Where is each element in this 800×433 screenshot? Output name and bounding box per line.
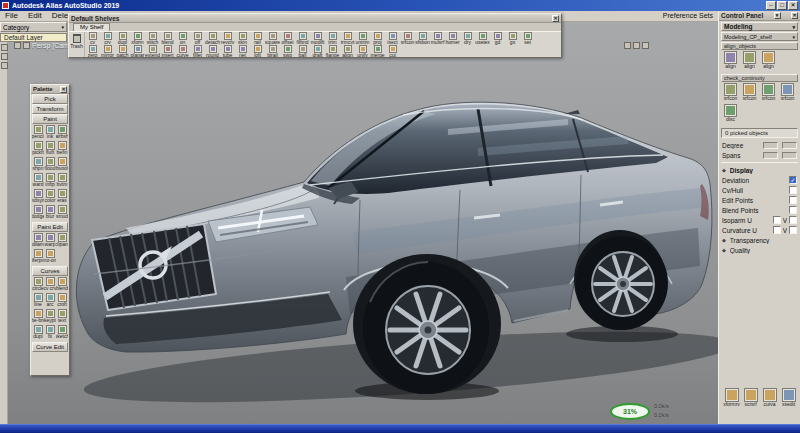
viewport-canvas[interactable] xyxy=(8,22,718,424)
palette-section-pick[interactable]: Pick xyxy=(32,94,68,104)
option-checkbox[interactable] xyxy=(789,196,797,204)
palette-tool-iferpn[interactable]: iferpn xyxy=(32,249,44,265)
left-tool-icon[interactable] xyxy=(1,62,8,69)
palette-tool-dupl[interactable]: dupl xyxy=(32,325,44,341)
shelf-tool-untrim[interactable]: untrim xyxy=(355,32,370,45)
option-checkbox[interactable] xyxy=(789,206,797,214)
shelf-tool-align[interactable]: align xyxy=(340,45,355,58)
palette-tool-bvtm[interactable]: bvtm xyxy=(56,173,68,189)
degree-u-input[interactable] xyxy=(763,142,778,149)
shelf-tool-offset[interactable]: offset xyxy=(280,32,295,45)
windows-taskbar[interactable] xyxy=(0,424,800,433)
viewport-menu-icon[interactable] xyxy=(14,42,21,49)
palette-tool-text[interactable]: text xyxy=(56,309,68,325)
close-icon[interactable]: ✕ xyxy=(60,86,67,93)
cp-tool-align[interactable]: align xyxy=(721,51,740,72)
preference-sets-label[interactable]: Preference Sets xyxy=(660,11,716,21)
palette-tool-befin[interactable]: befin xyxy=(56,141,68,157)
shelf-tool-tube[interactable]: tube xyxy=(220,45,235,58)
palette-tool-pencil[interactable]: pencil xyxy=(32,125,44,141)
palette-tool-clipam[interactable]: clipam xyxy=(56,233,68,249)
shelf-tool-revolv[interactable]: revolv xyxy=(220,32,235,45)
cp-tool-disc[interactable]: disc xyxy=(721,104,740,125)
shelf-tool-patch[interactable]: patch xyxy=(115,45,130,58)
palette-tool-circle[interactable]: circle xyxy=(32,277,44,293)
palette-tool-blend[interactable]: blend xyxy=(56,277,68,293)
shelf-tool-isect[interactable]: isect xyxy=(385,32,400,45)
palette-tool-sketch[interactable]: sketch xyxy=(56,325,68,341)
perspective-viewport[interactable]: Persp [Camera] xyxy=(8,22,718,424)
palette-tool-no-on[interactable]: no-on xyxy=(44,249,56,265)
palette-section-curves[interactable]: Curves xyxy=(32,266,68,276)
palette-section-curve-edit[interactable]: Curve Edit xyxy=(32,342,68,352)
shelf-tool-gs[interactable]: gs xyxy=(505,32,520,45)
shelf-tool-extend[interactable]: extend xyxy=(145,45,160,58)
palette-tool-cv-crv[interactable]: cv crv xyxy=(44,277,56,293)
palette-tool-pickft[interactable]: pickft xyxy=(32,141,44,157)
tab-my-shelf[interactable]: My Shelf xyxy=(73,23,110,31)
palette-tool-fit[interactable]: fit xyxy=(44,325,56,341)
shelf-tool-srfcon[interactable]: srfcon xyxy=(400,32,415,45)
cp-tool-srfcon[interactable]: srfcon xyxy=(740,83,759,104)
rear-wheel[interactable] xyxy=(576,236,668,330)
palette-tool-color[interactable]: color xyxy=(44,189,56,205)
shelf-tool-usetex[interactable]: usetex xyxy=(475,32,490,45)
palette-tool-shpn[interactable]: shpn xyxy=(32,157,44,173)
default-layer-button[interactable]: Default Layer xyxy=(0,33,67,42)
palette-tool-arc[interactable]: arc xyxy=(44,293,56,309)
shelf-tool-draft[interactable]: draft xyxy=(310,45,325,58)
check-continuity-header[interactable]: check_continuity xyxy=(721,74,798,82)
palette-tool-line[interactable]: line xyxy=(32,293,44,309)
shelf-tool-curve[interactable]: curve xyxy=(175,45,190,58)
shelf-tool-blend[interactable]: blend xyxy=(160,32,175,45)
shelf-tool-sfsbon[interactable]: sfsbon xyxy=(415,32,430,45)
spans-u-input[interactable] xyxy=(763,152,778,159)
palette-tool-smud[interactable]: smud xyxy=(56,205,68,221)
palette-tool-keypt[interactable]: keypt xyxy=(44,309,56,325)
shelf-tool-birail[interactable]: birail xyxy=(265,45,280,58)
shelf-tool-proj[interactable]: proj xyxy=(370,32,385,45)
close-icon[interactable]: ✕ xyxy=(552,15,559,22)
align-objects-header[interactable]: align_objects xyxy=(721,42,798,50)
palette-tool-fluft[interactable]: fluft xyxy=(44,141,56,157)
option-checkbox[interactable]: ✓ xyxy=(789,176,797,184)
close-button[interactable]: ✕ xyxy=(788,1,798,10)
car-model[interactable] xyxy=(8,22,718,424)
section-transparency[interactable]: ◆Transparency xyxy=(719,235,800,245)
left-tool-icon[interactable] xyxy=(1,44,8,51)
shelf-tool-planar[interactable]: planar xyxy=(130,45,145,58)
trash-bin[interactable]: Trash xyxy=(69,32,85,57)
shelf-tool-mulsrf[interactable]: mulsrf xyxy=(430,32,445,45)
palette-tool-ward[interactable]: ward xyxy=(32,173,44,189)
cp-shelf-dropdown[interactable]: Modeling_CP_shelf ▾ xyxy=(721,32,798,41)
cp-tool-scrsrf[interactable]: scrsrf xyxy=(741,388,760,410)
shelf-tool-off[interactable]: off xyxy=(190,32,205,45)
display-section-header[interactable]: ◆ Display xyxy=(719,165,800,175)
palette-tool-flood[interactable]: flood xyxy=(44,157,56,173)
palette-tool-dilam[interactable]: dilam xyxy=(32,233,44,249)
palette-tool-blur[interactable]: blur xyxy=(44,205,56,221)
shelf-tool-trmcvt[interactable]: trmcvt xyxy=(340,32,355,45)
section-quality[interactable]: ◆Quality xyxy=(719,245,800,255)
menu-edit[interactable]: Edit xyxy=(23,11,47,21)
shelf-tool-rail[interactable]: rail xyxy=(250,32,265,45)
option-checkbox[interactable] xyxy=(789,186,797,194)
cp-mode-dropdown[interactable]: Modeling ▾ xyxy=(721,22,798,31)
cp-tool-srfcon[interactable]: srfcon xyxy=(778,83,797,104)
palette-tool-ibe-brd[interactable]: ibe-brd xyxy=(32,309,44,325)
cp-tool-curva[interactable]: curva xyxy=(760,388,779,410)
palette-tool-airbsh[interactable]: airbsh xyxy=(56,125,68,141)
shelf-tool-xform[interactable]: xform xyxy=(130,32,145,45)
shelf-tool-insert[interactable]: insert xyxy=(160,45,175,58)
shelf-tool-crv[interactable]: crv xyxy=(100,32,115,45)
shelf-tool-gd[interactable]: gd xyxy=(490,32,505,45)
spans-v-input[interactable] xyxy=(782,152,797,159)
palette-tool-ink[interactable]: ink xyxy=(44,125,56,141)
shelf-tool-swp[interactable]: swp xyxy=(280,45,295,58)
shelf-tool-loft[interactable]: loft xyxy=(250,45,265,58)
palette-tool-bvool[interactable]: bvool xyxy=(56,157,68,173)
cp-tool-align[interactable]: align xyxy=(740,51,759,72)
shelf-tool-modift[interactable]: modift xyxy=(310,32,325,45)
option-checkbox[interactable] xyxy=(789,216,797,224)
shelf-tool-ball[interactable]: ball xyxy=(295,45,310,58)
